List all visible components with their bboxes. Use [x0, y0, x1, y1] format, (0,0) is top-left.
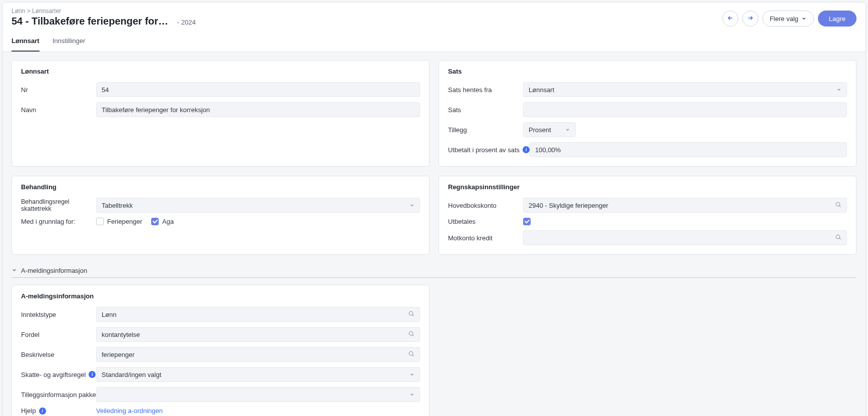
fordel-input[interactable]: kontantytelse [96, 327, 420, 342]
card-sats: Sats Sats hentes fra Lønnsart Sats [439, 60, 856, 167]
hovedbok-value: 2940 - Skyldige feriepenger [529, 202, 608, 209]
utbetales-checkbox[interactable] [523, 218, 531, 225]
card-amelding: A-meldingsinformasjon Inntektstype Lønn … [12, 285, 429, 416]
inntektstype-value: Lønn [102, 311, 117, 318]
card-title: Lønnsart [21, 68, 420, 75]
aga-checkbox-label: Aga [162, 218, 174, 225]
tillegg-value: Prosent [529, 126, 551, 134]
fordel-value: kontantytelse [102, 331, 140, 338]
feriepenger-checkbox-item[interactable]: Feriepenger [96, 218, 142, 225]
search-icon [835, 201, 841, 209]
prev-button[interactable] [722, 11, 738, 27]
chevron-down-icon [565, 126, 570, 134]
year-label: - 2024 [177, 19, 196, 26]
search-icon [408, 350, 414, 358]
hovedbok-input[interactable]: 2940 - Skyldige feriepenger [523, 198, 847, 213]
search-icon [835, 234, 841, 242]
card-title: Sats [448, 68, 847, 75]
svg-point-1 [836, 235, 840, 239]
more-options-button[interactable]: Flere valg [762, 11, 814, 27]
search-icon [408, 330, 414, 338]
skatte-label: Skatte- og avgiftsregel i [21, 371, 96, 378]
page-header: Lønn > Lønnsarter 54 - Tilbakeføre ferie… [3, 3, 865, 31]
page-title: 54 - Tilbakeføre feriepenger for… [12, 16, 168, 27]
utbetales-label: Utbetales [448, 218, 523, 225]
amelding-section-toggle[interactable]: A-meldingsinformasjon [12, 264, 856, 278]
navn-input[interactable]: Tilbakeføre feriepenger for korreksjon [96, 102, 420, 117]
fordel-label: Fordel [21, 331, 96, 338]
arrow-right-icon [747, 15, 754, 23]
card-title: A-meldingsinformasjon [21, 292, 420, 300]
regel-select[interactable]: Tabelltrekk [96, 198, 420, 213]
hjelp-label: Hjelp i [21, 407, 96, 414]
beskrivelse-value: feriepenger [102, 351, 135, 358]
more-options-label: Flere valg [770, 15, 798, 23]
feriepenger-checkbox-label: Feriepenger [107, 218, 142, 225]
chevron-down-icon [801, 15, 806, 23]
tab-lonnsart[interactable]: Lønnsart [12, 31, 40, 52]
motkonto-label: Motkonto kredit [448, 234, 523, 242]
inntektstype-label: Inntektstype [21, 311, 96, 318]
breadcrumb[interactable]: Lønn > Lønnsarter [12, 8, 196, 15]
aga-checkbox[interactable] [151, 218, 159, 225]
chevron-down-icon [409, 371, 414, 378]
sats-label: Sats [448, 106, 523, 114]
card-title: Behandling [21, 183, 420, 191]
chevron-down-icon [409, 391, 414, 398]
next-button[interactable] [742, 11, 758, 27]
sats-hentes-label: Sats hentes fra [448, 86, 523, 94]
chevron-down-icon [12, 267, 17, 274]
chevron-down-icon [836, 86, 841, 94]
card-behandling: Behandling Behandlingsregel skattetrekk … [12, 176, 429, 255]
svg-point-3 [409, 331, 413, 335]
nr-input[interactable]: 54 [96, 82, 420, 97]
card-title: Regnskapsinnstillinger [448, 183, 847, 191]
regel-value: Tabelltrekk [102, 202, 133, 209]
tilleggspakke-label: Tilleggsinformasjon pakke [21, 391, 96, 398]
grunnlag-label: Med i grunnlag for: [21, 218, 96, 225]
card-regnskap: Regnskapsinnstillinger Hovedbokskonto 29… [439, 176, 856, 255]
card-lonnsart: Lønnsart Nr 54 Navn Tilbakeføre feriepen… [12, 60, 429, 167]
aga-checkbox-item[interactable]: Aga [151, 218, 174, 225]
feriepenger-checkbox[interactable] [96, 218, 104, 225]
svg-point-4 [409, 351, 413, 355]
save-button[interactable]: Lagre [818, 11, 856, 27]
info-icon[interactable]: i [89, 371, 96, 378]
svg-point-2 [409, 311, 413, 315]
skatte-value: Standard/ingen valgt [102, 371, 161, 378]
search-icon [408, 310, 414, 318]
veiledning-link[interactable]: Veiledning a-ordningen [96, 407, 163, 414]
beskrivelse-input[interactable]: feriepenger [96, 347, 420, 362]
chevron-down-icon [409, 202, 414, 209]
motkonto-input[interactable] [523, 230, 847, 245]
regel-label: Behandlingsregel skattetrekk [21, 198, 96, 212]
utbetalt-input[interactable]: 100,00% [530, 142, 847, 157]
svg-point-0 [836, 202, 840, 206]
info-icon[interactable]: i [523, 146, 530, 153]
hovedbok-label: Hovedbokskonto [448, 202, 523, 209]
arrow-left-icon [727, 15, 734, 23]
info-icon[interactable]: i [39, 407, 46, 414]
tillegg-label: Tillegg [448, 126, 523, 134]
tilleggspakke-select[interactable] [96, 387, 420, 402]
amelding-section-title: A-meldingsinformasjon [21, 267, 87, 274]
sats-hentes-value: Lønnsart [529, 86, 554, 94]
inntektstype-input[interactable]: Lønn [96, 307, 420, 322]
tab-bar: Lønnsart Innstillinger [3, 31, 865, 52]
beskrivelse-label: Beskrivelse [21, 351, 96, 358]
utbetalt-label: Utbetalt i prosent av sats i [448, 146, 530, 154]
navn-label: Navn [21, 106, 96, 114]
sats-hentes-select[interactable]: Lønnsart [523, 82, 847, 97]
tab-innstillinger[interactable]: Innstillinger [53, 31, 86, 52]
skatte-select[interactable]: Standard/ingen valgt [96, 367, 420, 382]
sats-input[interactable] [523, 102, 847, 117]
tillegg-select[interactable]: Prosent [523, 122, 576, 137]
nr-label: Nr [21, 86, 96, 94]
